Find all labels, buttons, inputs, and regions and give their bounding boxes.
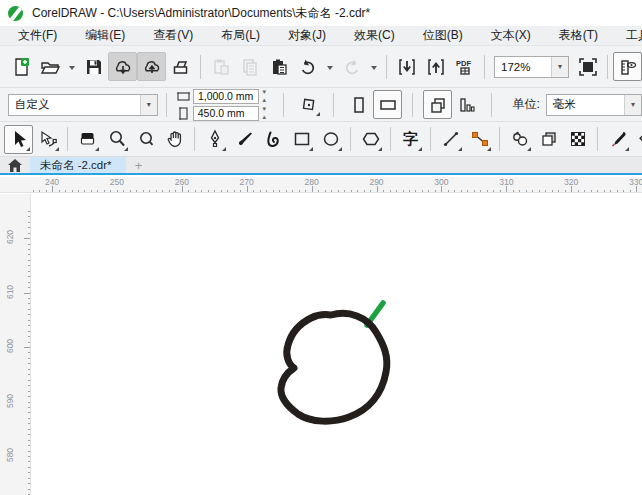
- pan-tool[interactable]: [160, 125, 189, 154]
- hruler-tick: [552, 190, 553, 192]
- open-flyout-caret[interactable]: [64, 52, 79, 81]
- vruler-tick: [28, 331, 30, 332]
- mango-drawing[interactable]: [31, 194, 642, 495]
- hruler-tick: [370, 190, 371, 192]
- smart-fill-tool[interactable]: [632, 125, 642, 154]
- hruler-tick: [46, 190, 47, 192]
- undo-button[interactable]: [293, 52, 322, 81]
- vruler-tick: [28, 342, 30, 343]
- bspline-tool[interactable]: [258, 125, 287, 154]
- units-combo[interactable]: 毫米 ▾: [546, 94, 642, 116]
- width-spinner[interactable]: ▾ ▴: [259, 88, 273, 104]
- text-tool[interactable]: 字: [396, 125, 425, 154]
- all-pages-button[interactable]: [423, 90, 452, 119]
- page-height-field[interactable]: 450.0 mm: [193, 106, 260, 121]
- import-button[interactable]: [392, 52, 421, 81]
- show-rulers-button[interactable]: [613, 52, 642, 81]
- rectangle-tool[interactable]: [287, 125, 316, 154]
- vruler-tick: [28, 271, 30, 272]
- new-document-button[interactable]: [6, 52, 35, 81]
- chevron-down-icon[interactable]: ▾: [624, 95, 641, 115]
- zoom-level-combo[interactable]: 172% ▾: [494, 56, 569, 78]
- open-button[interactable]: [35, 52, 64, 81]
- page-width-field[interactable]: 1,000.0 mm: [193, 89, 260, 104]
- polygon-tool[interactable]: [356, 125, 385, 154]
- menu-item-text[interactable]: 文本(X): [477, 25, 545, 46]
- vertical-ruler[interactable]: 620610600590580: [0, 194, 31, 495]
- eyedropper-tool[interactable]: [603, 125, 632, 154]
- hruler-tick: [630, 190, 631, 192]
- pick-tool[interactable]: [4, 125, 33, 154]
- hruler-tick: [234, 190, 235, 192]
- current-page-button[interactable]: [452, 90, 481, 119]
- undo-flyout-caret[interactable]: [322, 52, 337, 81]
- connector-tool[interactable]: [465, 125, 494, 154]
- menu-item-view[interactable]: 查看(V): [139, 25, 207, 46]
- hruler-tick: [227, 190, 228, 192]
- hruler-tick: [409, 190, 410, 192]
- paste-button[interactable]: [264, 52, 293, 81]
- home-tab-button[interactable]: [0, 157, 30, 173]
- cloud-download-button[interactable]: [108, 52, 137, 81]
- pattern-fill-tool[interactable]: [563, 125, 592, 154]
- document-tab-active[interactable]: 未命名 -2.cdr*: [30, 157, 126, 173]
- publish-pdf-button[interactable]: PDF: [450, 52, 479, 81]
- shape-tool[interactable]: [33, 125, 62, 154]
- shadow-tool[interactable]: [505, 125, 534, 154]
- hruler-tick: [351, 190, 352, 192]
- portrait-button[interactable]: [344, 90, 373, 119]
- menu-bar: 文件(F)编辑(E)查看(V)布局(L)对象(J)效果(C)位图(B)文本(X)…: [0, 26, 642, 46]
- export-button[interactable]: [421, 52, 450, 81]
- chevron-down-icon[interactable]: ▾: [551, 57, 568, 77]
- hruler-tick: [461, 190, 462, 192]
- menu-item-table[interactable]: 表格(T): [545, 25, 612, 46]
- height-spinner[interactable]: ▾ ▴: [259, 105, 273, 121]
- autofit-page-button[interactable]: [294, 90, 323, 119]
- zoom-tool[interactable]: [102, 125, 131, 154]
- hruler-tick: [84, 190, 85, 192]
- menu-item-file[interactable]: 文件(F): [4, 25, 71, 46]
- hruler-tick: [208, 190, 209, 192]
- menu-item-tools[interactable]: 工具(O): [612, 25, 642, 46]
- new-tab-button[interactable]: +: [126, 157, 152, 173]
- hruler-tick: [162, 190, 163, 192]
- eraser-tool[interactable]: [73, 125, 102, 154]
- hruler-tick: [136, 190, 137, 192]
- page-preset-combo[interactable]: 自定义 ▾: [8, 94, 158, 116]
- ellipse-tool[interactable]: [316, 125, 345, 154]
- magnifier-tool[interactable]: [131, 125, 160, 154]
- caret-icon: [67, 57, 77, 77]
- hruler-tick: [584, 190, 585, 192]
- dimension-tool[interactable]: [436, 125, 465, 154]
- pen-tool[interactable]: [200, 125, 229, 154]
- horizontal-ruler[interactable]: 240250260270280290300310320330: [0, 177, 642, 193]
- vruler-tick: [28, 249, 30, 250]
- save-button[interactable]: [79, 52, 108, 81]
- drawing-canvas[interactable]: [31, 194, 642, 495]
- artistic-media-tool[interactable]: [229, 125, 258, 154]
- vruler-tick: [28, 412, 30, 413]
- hruler-tick: [110, 190, 111, 192]
- vruler-label: 580: [5, 448, 15, 462]
- menu-item-edit[interactable]: 编辑(E): [71, 25, 139, 46]
- menu-item-effects[interactable]: 效果(C): [340, 25, 409, 46]
- chevron-down-icon[interactable]: ▾: [140, 95, 157, 115]
- transparency-tool-icon: [539, 129, 559, 149]
- vruler-tick: [28, 254, 30, 255]
- redo-flyout-caret[interactable]: [366, 52, 381, 81]
- transparency-tool[interactable]: [534, 125, 563, 154]
- menu-item-bitmaps[interactable]: 位图(B): [409, 25, 477, 46]
- vruler-tick: [28, 396, 30, 397]
- vruler-tick: [28, 429, 30, 430]
- cloud-upload-button[interactable]: [137, 52, 166, 81]
- fullscreen-preview-button[interactable]: [573, 52, 602, 81]
- toolbox-separator: [390, 127, 391, 151]
- hruler-tick: [558, 190, 559, 192]
- hruler-tick: [221, 190, 222, 192]
- print-button[interactable]: [166, 52, 195, 81]
- menu-item-object[interactable]: 对象(J): [274, 25, 340, 46]
- hruler-tick: [526, 190, 527, 192]
- landscape-button[interactable]: [373, 90, 402, 119]
- hruler-tick: [532, 190, 533, 192]
- menu-item-layout[interactable]: 布局(L): [207, 25, 274, 46]
